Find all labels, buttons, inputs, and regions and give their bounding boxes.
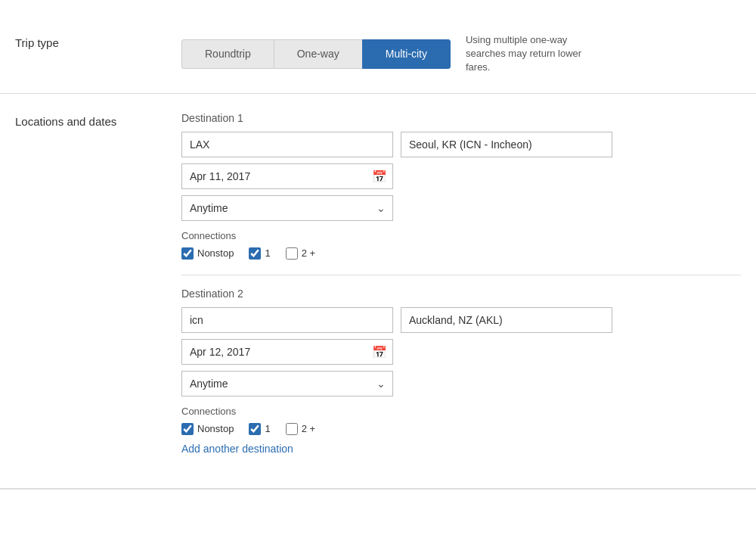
destination-1-2plus-label: 2 +: [302, 247, 315, 259]
destination-2-nonstop-input[interactable]: [181, 423, 194, 435]
destination-2-connections-label: Connections: [181, 406, 741, 417]
page-container: Trip type Roundtrip One-way Multi-city U…: [0, 0, 756, 505]
add-destination-link[interactable]: Add another destination: [181, 443, 293, 455]
destination-1-time-select[interactable]: Anytime Morning Afternoon Evening: [181, 195, 393, 221]
destination-2-1stop-checkbox[interactable]: 1: [249, 423, 270, 435]
locations-dates-label: Locations and dates: [15, 112, 181, 470]
destination-2-1stop-input[interactable]: [249, 423, 261, 435]
destination-1-date-input[interactable]: [181, 163, 393, 189]
bottom-separator: [0, 489, 756, 490]
trip-type-section: Trip type Roundtrip One-way Multi-city U…: [0, 15, 756, 94]
destination-2-2plus-checkbox[interactable]: 2 +: [286, 423, 315, 435]
destination-1-2plus-checkbox[interactable]: 2 +: [286, 247, 315, 260]
destination-1-1stop-input[interactable]: [249, 247, 261, 260]
destination-1-connections-row: Nonstop 1 2 +: [181, 247, 741, 260]
destination-2-nonstop-checkbox[interactable]: Nonstop: [181, 423, 234, 435]
destination-1-title: Destination 1: [181, 112, 741, 124]
destination-1-nonstop-checkbox[interactable]: Nonstop: [181, 247, 234, 260]
destination-2-title: Destination 2: [181, 288, 741, 300]
trip-type-buttons: Roundtrip One-way Multi-city Using multi…: [181, 33, 741, 75]
destination-2-time-wrapper: Anytime Morning Afternoon Evening ⌄: [181, 371, 393, 397]
destination-1-1stop-label: 1: [265, 247, 270, 259]
one-way-button[interactable]: One-way: [274, 39, 362, 69]
multi-city-hint: Using multiple one-way searches may retu…: [466, 33, 602, 75]
destination-1-block: Destination 1 📅 Anytime Morning Afternoo…: [181, 112, 741, 260]
destination-1-2plus-input[interactable]: [286, 247, 298, 260]
destination-2-nonstop-label: Nonstop: [197, 423, 234, 434]
locations-dates-section: Locations and dates Destination 1 📅 Anyt…: [0, 94, 756, 489]
destination-1-connections-label: Connections: [181, 230, 741, 241]
destination-1-inputs: [181, 132, 741, 157]
destination-1-nonstop-label: Nonstop: [197, 247, 234, 259]
locations-dates-content: Destination 1 📅 Anytime Morning Afternoo…: [181, 112, 741, 470]
destination-2-origin-input[interactable]: [181, 307, 393, 333]
destination-2-2plus-input[interactable]: [286, 423, 298, 435]
multi-city-button[interactable]: Multi-city: [362, 39, 451, 69]
destination-separator: [181, 275, 741, 275]
destination-1-origin-input[interactable]: [181, 132, 393, 157]
destination-2-block: Destination 2 📅 Anytime Morning Afternoo…: [181, 288, 741, 455]
destination-1-nonstop-input[interactable]: [181, 247, 194, 260]
destination-1-destination-input[interactable]: [401, 132, 612, 157]
destination-1-date-wrapper: 📅: [181, 163, 393, 189]
destination-2-connections-row: Nonstop 1 2 +: [181, 423, 741, 435]
destination-2-1stop-label: 1: [265, 423, 270, 434]
destination-2-inputs: [181, 307, 741, 333]
trip-type-label: Trip type: [15, 33, 181, 75]
destination-1-time-wrapper: Anytime Morning Afternoon Evening ⌄: [181, 195, 393, 221]
destination-2-2plus-label: 2 +: [302, 423, 315, 434]
destination-2-date-input[interactable]: [181, 339, 393, 365]
destination-1-1stop-checkbox[interactable]: 1: [249, 247, 270, 260]
destination-2-destination-input[interactable]: [401, 307, 612, 333]
trip-type-content: Roundtrip One-way Multi-city Using multi…: [181, 33, 741, 75]
destination-2-date-wrapper: 📅: [181, 339, 393, 365]
roundtrip-button[interactable]: Roundtrip: [181, 39, 274, 69]
destination-2-time-select[interactable]: Anytime Morning Afternoon Evening: [181, 371, 393, 397]
